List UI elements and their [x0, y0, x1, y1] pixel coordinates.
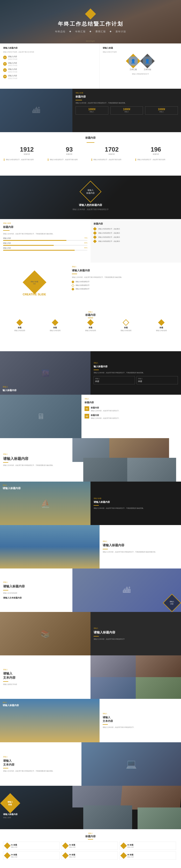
grid-item-6: 06 标题 请输入内容: [119, 851, 176, 860]
grid-item-4: 04 标题 请输入内容: [3, 851, 60, 860]
price-box-2: 1000¥ 请输入: [111, 106, 143, 115]
slide18-left: 请输入 请输入文本内容 请输入文本内容，此处用于展示详细说明文字，可根据需要进行…: [0, 742, 82, 786]
slide-17: 请输入 请输入标题内容 请输入 请输入文本内容 请输入文本内容，此处用于展示详细…: [0, 699, 181, 742]
slide7-right: 请输入 请输入标题内容 请输入文本内容，此处用于展示详细说明文字，可根据需要进行…: [69, 262, 181, 308]
price-1: 1000¥: [77, 108, 107, 111]
timeline-num-2: 02: [3, 62, 7, 66]
slide-11: 请输入 请输入标题内容 请输入文本内容，此处用于展示详细说明文字，可根据需要进行…: [0, 438, 181, 482]
slide9-left-text: 请输入 输入标题内容: [3, 385, 17, 392]
grid-item-2: 02 标题 请输入内容: [61, 842, 118, 850]
divider-dot: ◆: [69, 30, 71, 33]
feature-5: 标题 请输入内容说明: [145, 320, 178, 332]
slide-7: 请输入标题 内容 CREATIVE SLIDE 请输入 请输入标题内容 请输入文…: [0, 262, 181, 308]
slide7-item-1: 请输入内容说明文字: [72, 281, 178, 283]
progress-3: 请输入内容 85%: [3, 247, 87, 251]
sub-item-3: 费用汇报: [95, 30, 106, 33]
slide9-left-image: 🌆 请输入 输入标题内容: [0, 351, 90, 395]
price-label-2: 请输入: [112, 111, 142, 113]
slide17-right: 请输入 请输入文本内容 请输入文本内容，此处用于展示详细说明文字。: [99, 699, 181, 742]
slide4-stats: 1912 标题内容 93 标题内容 1702 标题内容 196 标题内容: [4, 146, 177, 155]
slide7-item-2: 请输入内容说明文字: [72, 284, 178, 286]
slide-5: 请输入标题内容 请输入您的标题内容 请输入文本内容，此处用于展示详细说明文字: [0, 176, 181, 219]
sub-item-4: 新年计划: [116, 30, 126, 33]
timeline-num-4: 04: [3, 75, 7, 79]
slide7-item-3: 请输入内容说明文字: [72, 288, 178, 290]
slide8-header: 请输入 标题内容: [3, 311, 178, 318]
slide14-image: 🏙 请输入内容: [72, 568, 181, 612]
slide10-right: 请输入 标题内容 01 标题内容 请输入文本内容，此处用于展示说明文字。 02 …: [82, 395, 181, 438]
slide4-title: 标题内容: [4, 136, 177, 140]
divider-dot3: ◆: [110, 30, 112, 33]
slide3-prices: 1000¥ 请输入 1000¥ 请输入 1000¥ 请输入: [76, 106, 178, 115]
slide5-content: 请输入标题内容 请输入您的标题内容 请输入文本内容，此处用于展示详细说明文字: [72, 184, 109, 211]
slide18-image: 💻: [82, 742, 181, 786]
stat-4: 196 标题内容: [151, 146, 161, 155]
slide2-left-title: 请输入标题内容: [3, 46, 96, 50]
price-3: 1000¥: [147, 108, 176, 111]
person1: 👤 工作汇报: [128, 56, 138, 71]
slide15-content: 📚 请输入 请输入标题内容 请输入文本内容，此处用于展示详细说明文字: [0, 612, 181, 655]
slide-9: 🌆 请输入 输入标题内容 请输入 输入标题内容 请输入文本内容，此处用于展示详细…: [0, 351, 181, 395]
slide2-right-title: 请输入标题: [103, 46, 178, 50]
creative-label: 请输入标题 内容: [31, 280, 38, 284]
slide17-title-overlay: 请输入 请输入标题内容: [3, 702, 19, 707]
slide4-text-row: 请输入内容说明文字，此处用于展示说明 请输入内容说明文字，此处用于展示说明 请输…: [4, 159, 177, 161]
slide7-left: 请输入标题 内容 CREATIVE SLIDE: [0, 262, 69, 308]
slide15-left-img: 📚: [0, 612, 90, 655]
price-box-3: 1000¥ 请输入: [145, 106, 178, 115]
slide12-overlay-title: 请输入 请输入标题内容: [3, 484, 21, 490]
num-item-01: 01 标题内容 请输入文本内容，此处用于展示说明文字。: [85, 406, 178, 412]
timeline-item-1: 01 请输入内容说明文字内容: [3, 55, 96, 61]
feature-1: 标题 请输入内容说明: [3, 320, 36, 332]
slide5-diamond: 请输入标题内容: [80, 181, 101, 203]
slide-6: 请输入标题 标题内容 请输入文本内容，此处用于展示详细说明文字，可根据需要进行修…: [0, 219, 181, 262]
slide15-right: 请输入 请输入标题内容 请输入文本内容，此处用于展示详细说明文字: [90, 612, 181, 655]
stat-1: 1912 标题内容: [20, 146, 34, 155]
stat-num-1: 1912: [20, 146, 34, 153]
slide6-title: 标题内容: [3, 225, 87, 229]
slide12-image: ⛵ 请输入 请输入标题内容: [0, 482, 90, 525]
feature-3: 标题 请输入内容说明: [74, 320, 107, 332]
slide5-inner: 请输入标题内容: [86, 189, 95, 194]
stat-2: 93 标题内容: [66, 146, 73, 155]
price-label-3: 请输入: [147, 111, 176, 113]
slide3-label: 请输入标题: [76, 92, 178, 94]
slide16-left: 请输入 请输入文本内容 请输入说明文字内容: [0, 655, 90, 699]
slide-18: 请输入 请输入文本内容 请输入文本内容，此处用于展示详细说明文字，可根据需要进行…: [0, 742, 181, 786]
timeline-text-3: 请输入内容说明文字内容: [8, 68, 17, 73]
slide-14: 请输入 请输入标题内容 请输入文本内容说明 请输入文本标题内容 🏙 请输入内容: [0, 568, 181, 612]
slide14-left: 请输入 请输入标题内容 请输入文本内容说明 请输入文本标题内容: [0, 568, 72, 612]
sub-item-1: 年终总结: [55, 30, 65, 33]
slide20-grid: 01 标题 请输入内容 02 标题 请输入内容 03 标题 请输入内容 04 标…: [3, 842, 178, 860]
stat-label-2: 标题内容: [66, 153, 73, 155]
slide3-image: 🏙: [0, 89, 72, 132]
slide-19: 请输入标题 请输入标题内容 请输入说明: [0, 786, 181, 829]
timeline-num-1: 01: [3, 56, 7, 59]
slide11-title: 请输入标题内容: [3, 456, 69, 461]
slide17-left-image: 请输入 请输入标题内容: [0, 699, 99, 742]
slide9-right: 请输入 输入标题内容 请输入文本内容，此处用于展示详细说明文字，可根据需要进行修…: [90, 351, 181, 395]
slide8-title: 标题内容: [3, 313, 178, 317]
slide5-text: 请输入文本内容，此处用于展示详细说明文字: [72, 208, 109, 211]
feature-row-2: 请输入内容说明文字，此处展示: [94, 232, 178, 234]
stat-label-4: 标题内容: [151, 153, 161, 155]
sub-item-2: 年终汇报: [75, 30, 86, 33]
slide16-images: [90, 655, 181, 699]
stat-label-1: 标题内容: [20, 153, 34, 155]
slide13-right: 请输入 请输入标题内容 请输入文本内容，此处用于展示详细说明文字，可根据需要进行…: [99, 525, 181, 568]
slide3-title: 标题内容: [76, 95, 178, 98]
slide12-right: 请输入标题 请输入标题内容 请输入文本内容，此处用于展示详细说明文字，可根据需要…: [90, 482, 181, 525]
timeline-text-4: 请输入内容说明文字内容: [8, 74, 17, 80]
feature-2: 标题 请输入内容说明: [38, 320, 72, 332]
slide19-images: [72, 786, 181, 829]
timeline-text-2: 请输入内容说明文字内容: [8, 62, 17, 67]
slide3-text: 请输入文本内容，此处用于展示详细说明文字，可根据需要进行修改替换。: [76, 102, 178, 104]
slide-3: 🏙 请输入标题 标题内容 请输入文本内容，此处用于展示详细说明文字，可根据需要进…: [0, 89, 181, 132]
slide19-diamond: 请输入标题: [0, 793, 21, 813]
sub-title-row: 年终总结 ◆ 年终汇报 ◆ 费用汇报 ◆ 新年计划: [55, 30, 126, 33]
feature-row-1: 请输入内容说明文字，此处展示: [94, 227, 178, 230]
slide-13: 请输入 请输入标题内容 请输入文本内容，此处用于展示详细说明文字，可根据需要进行…: [0, 525, 181, 568]
slide13-image: [0, 525, 99, 568]
slide-4: 标题内容 1912 标题内容 93 标题内容 1702 标题内容 196 标题内…: [0, 132, 181, 176]
progress-2: 请输入内容 60%: [3, 242, 87, 246]
